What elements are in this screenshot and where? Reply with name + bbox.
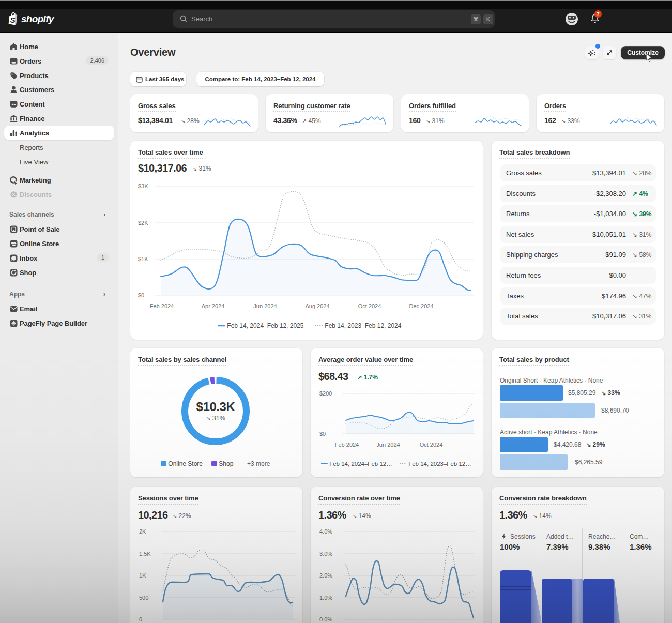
svg-text:Dec 2024: Dec 2024	[409, 303, 433, 309]
svg-text:Oct 2024: Oct 2024	[420, 442, 443, 448]
svg-text:3.0%: 3.0%	[319, 551, 332, 557]
svg-text:$3K: $3K	[138, 183, 148, 189]
svg-text:4.0%: 4.0%	[319, 528, 332, 535]
svg-text:Aug 2024: Aug 2024	[305, 303, 329, 309]
svg-text:Feb 2024: Feb 2024	[150, 303, 174, 309]
svg-text:Oct 2024: Oct 2024	[358, 303, 381, 309]
svg-text:500: 500	[139, 595, 148, 601]
svg-text:0: 0	[139, 616, 142, 622]
svg-text:1.0%: 1.0%	[319, 595, 332, 601]
svg-text:1.5K: 1.5K	[139, 551, 151, 557]
svg-text:$200: $200	[319, 390, 332, 397]
svg-text:$1K: $1K	[138, 256, 148, 262]
svg-text:S: S	[10, 16, 16, 24]
svg-text:1K: 1K	[139, 572, 146, 579]
svg-text:2K: 2K	[139, 528, 146, 535]
svg-text:Apr 2024: Apr 2024	[202, 303, 225, 309]
svg-text:Jun 2024: Jun 2024	[253, 303, 277, 309]
svg-text:$0: $0	[138, 292, 144, 298]
svg-text:2.0%: 2.0%	[319, 572, 332, 579]
svg-text:Jun 2024: Jun 2024	[376, 442, 400, 448]
svg-text:0.0%: 0.0%	[319, 616, 332, 622]
svg-text:Feb 2024: Feb 2024	[335, 442, 359, 448]
svg-text:$2K: $2K	[138, 220, 148, 226]
svg-text:$0: $0	[319, 431, 326, 437]
